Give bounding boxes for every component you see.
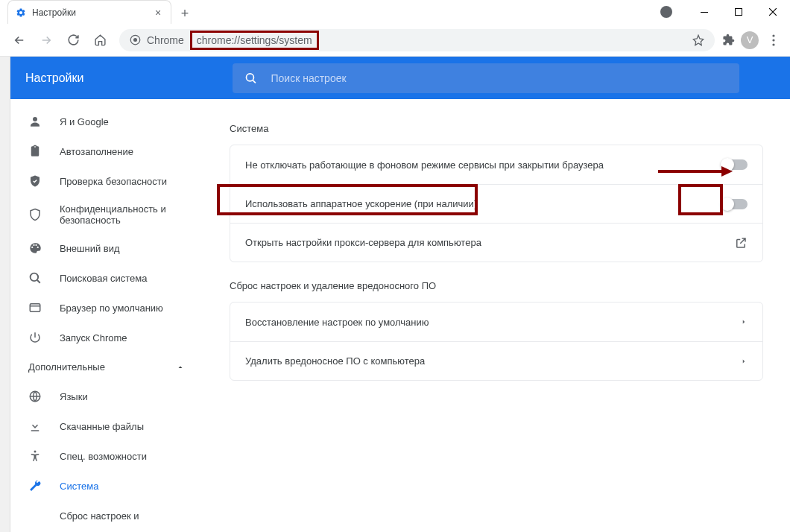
svg-rect-1 [736, 9, 742, 16]
search-icon [28, 271, 42, 285]
svg-point-7 [247, 73, 254, 80]
tab-title: Настройки [32, 7, 153, 18]
forward-button[interactable] [34, 28, 58, 52]
svg-point-9 [31, 273, 39, 282]
svg-rect-10 [30, 304, 40, 312]
sidebar-item-safety-check[interactable]: Проверка безопасности [10, 166, 203, 196]
download-icon [28, 419, 42, 433]
back-button[interactable] [7, 28, 31, 52]
minimize-button[interactable] [687, 0, 721, 24]
browser-icon [28, 301, 42, 314]
svg-point-5 [772, 39, 774, 41]
maximize-button[interactable] [721, 0, 756, 24]
sidebar-item-startup[interactable]: Запуск Chrome [10, 323, 203, 352]
avatar[interactable]: V [741, 31, 759, 49]
svg-rect-0 [701, 12, 708, 13]
row-proxy-settings[interactable]: Открыть настройки прокси-сервера для ком… [230, 223, 762, 262]
search-icon [244, 72, 257, 85]
person-icon [28, 115, 42, 128]
row-cleanup[interactable]: Удалить вредоносное ПО с компьютера [230, 341, 762, 380]
close-icon[interactable]: × [153, 7, 163, 18]
chevron-right-icon [740, 317, 748, 327]
left-strip [0, 57, 10, 532]
sidebar-item-languages[interactable]: Языки [10, 381, 203, 411]
chevron-up-icon [176, 363, 185, 372]
section-title-system: Система [230, 123, 763, 134]
sidebar-item-you-and-google[interactable]: Я и Google [10, 107, 203, 136]
accessibility-icon [28, 449, 42, 463]
row-restore-defaults[interactable]: Восстановление настроек по умолчанию [230, 303, 762, 341]
sidebar-item-reset[interactable]: Сброс настроек и [10, 501, 203, 531]
shield-icon [28, 208, 42, 221]
row-hardware-acceleration[interactable]: Использовать аппаратное ускорение (при н… [230, 184, 762, 223]
home-button[interactable] [88, 28, 112, 52]
svg-point-4 [772, 34, 774, 37]
reset-card: Восстановление настроек по умолчанию Уда… [230, 302, 763, 381]
chrome-icon [130, 34, 141, 45]
clipboard-icon [28, 145, 42, 158]
extensions-icon[interactable] [722, 34, 735, 46]
chevron-right-icon [740, 356, 748, 367]
external-link-icon [734, 236, 748, 250]
power-icon [28, 331, 42, 344]
toggle-hardware-acceleration[interactable] [722, 199, 748, 209]
url-highlight: chrome://settings/system [190, 31, 319, 50]
sidebar: Я и Google Автозаполнение Проверка безоп… [10, 99, 203, 532]
sidebar-item-autofill[interactable]: Автозаполнение [10, 136, 203, 166]
globe-icon [28, 390, 42, 403]
sidebar-advanced-toggle[interactable]: Дополнительные [10, 352, 203, 381]
address-bar[interactable]: Chrome chrome://settings/system [119, 29, 715, 51]
profile-badge-icon [660, 6, 672, 18]
main-content: Система Не отключать работающие в фоново… [203, 99, 790, 532]
sidebar-item-appearance[interactable]: Внешний вид [10, 233, 203, 263]
url-prefix: Chrome [147, 34, 184, 46]
gear-icon [16, 7, 26, 18]
star-icon[interactable] [692, 34, 704, 46]
sidebar-item-system[interactable]: Система [10, 471, 203, 501]
sidebar-item-search-engine[interactable]: Поисковая система [10, 263, 203, 293]
browser-tab[interactable]: Настройки × [7, 0, 171, 24]
shield-check-icon [28, 174, 42, 188]
close-window-button[interactable] [756, 0, 790, 24]
reload-button[interactable] [61, 28, 85, 52]
row-background-apps[interactable]: Не отключать работающие в фоновом режиме… [230, 145, 762, 184]
settings-search[interactable] [233, 63, 739, 93]
section-title-reset: Сброс настроек и удаление вредоносного П… [230, 280, 763, 291]
sidebar-item-privacy[interactable]: Конфиденциальность и безопасность [10, 196, 203, 233]
sidebar-item-downloads[interactable]: Скачанные файлы [10, 411, 203, 441]
svg-point-6 [772, 43, 774, 45]
toolbar: Chrome chrome://settings/system V [0, 24, 790, 57]
svg-point-3 [133, 38, 137, 42]
new-tab-button[interactable]: + [174, 3, 195, 24]
wrench-icon [28, 479, 42, 493]
sidebar-item-accessibility[interactable]: Спец. возможности [10, 441, 203, 471]
titlebar: Настройки × + [0, 0, 790, 24]
palette-icon [28, 241, 42, 255]
search-input[interactable] [271, 72, 727, 84]
page-title: Настройки [25, 72, 83, 85]
svg-point-12 [34, 451, 37, 453]
settings-header: Настройки [10, 57, 790, 99]
sidebar-item-default-browser[interactable]: Браузер по умолчанию [10, 293, 203, 323]
svg-point-8 [33, 117, 37, 121]
toggle-background-apps[interactable] [722, 159, 748, 170]
menu-button[interactable] [765, 31, 783, 49]
system-card: Не отключать работающие в фоновом режиме… [230, 145, 763, 262]
